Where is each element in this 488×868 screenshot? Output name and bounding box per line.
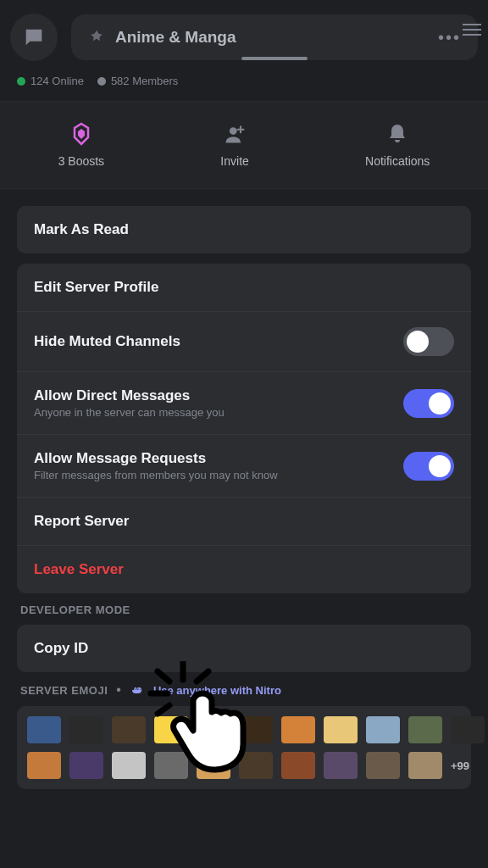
emoji-item[interactable]: [69, 716, 103, 743]
members-stat: 582 Members: [97, 75, 178, 87]
invite-icon: [223, 122, 247, 146]
online-stat: 124 Online: [17, 75, 84, 87]
invite-button[interactable]: Invite: [220, 122, 248, 168]
server-emoji-header: Server Emoji: [20, 684, 108, 697]
emoji-item[interactable]: [366, 716, 400, 743]
emoji-item[interactable]: [366, 752, 400, 779]
emoji-item[interactable]: [27, 716, 61, 743]
emoji-item[interactable]: [239, 716, 273, 743]
emoji-item[interactable]: [408, 716, 442, 743]
chat-icon: [22, 25, 46, 49]
emoji-item[interactable]: [239, 752, 273, 779]
allow-requests-toggle[interactable]: [403, 452, 454, 481]
hamburger-icon[interactable]: [463, 20, 481, 39]
mark-as-read-button[interactable]: Mark As Read: [17, 206, 471, 253]
emoji-item[interactable]: [197, 752, 230, 779]
boost-icon: [69, 122, 93, 146]
allow-requests-row: Allow Message Requests Filter messages f…: [17, 435, 471, 498]
nitro-icon: [130, 684, 145, 696]
edit-server-profile-button[interactable]: Edit Server Profile: [17, 264, 471, 312]
emoji-item[interactable]: [27, 752, 61, 779]
emoji-item[interactable]: [451, 716, 485, 743]
emoji-more-button[interactable]: +99: [451, 752, 469, 779]
invite-label: Invite: [220, 154, 248, 168]
emoji-item[interactable]: [154, 716, 188, 743]
nitro-link[interactable]: Use anywhere with Nitro: [153, 684, 281, 697]
emoji-item[interactable]: [281, 752, 315, 779]
notifications-label: Notifications: [365, 154, 430, 168]
tab-indicator: [241, 57, 308, 60]
emoji-grid: +99: [17, 706, 471, 789]
server-tab[interactable]: Anime & Manga •••: [71, 14, 478, 60]
chat-icon-button[interactable]: [10, 14, 58, 61]
allow-dm-toggle[interactable]: [403, 389, 454, 418]
emoji-item[interactable]: [112, 752, 146, 779]
server-badge-icon: [88, 29, 105, 46]
bell-icon: [385, 122, 409, 146]
hide-muted-row: Hide Muted Channels: [17, 312, 471, 372]
emoji-item[interactable]: [112, 716, 146, 743]
developer-mode-header: Developer Mode: [20, 604, 468, 616]
hide-muted-toggle[interactable]: [403, 327, 454, 356]
boosts-label: 3 Boosts: [58, 154, 104, 168]
svg-point-0: [230, 127, 237, 135]
emoji-item[interactable]: [281, 716, 315, 743]
report-server-button[interactable]: Report Server: [17, 498, 471, 546]
emoji-item[interactable]: [324, 716, 358, 743]
copy-id-button[interactable]: Copy ID: [17, 625, 471, 672]
notifications-button[interactable]: Notifications: [365, 122, 430, 168]
emoji-item[interactable]: [154, 752, 188, 779]
emoji-item[interactable]: [69, 752, 103, 779]
emoji-item[interactable]: [408, 752, 442, 779]
emoji-item[interactable]: [324, 752, 358, 779]
allow-dm-row: Allow Direct Messages Anyone in the serv…: [17, 372, 471, 435]
leave-server-button[interactable]: Leave Server: [17, 546, 471, 593]
stats-row: 124 Online 582 Members: [0, 75, 488, 101]
boosts-button[interactable]: 3 Boosts: [58, 122, 104, 168]
emoji-item[interactable]: [197, 716, 230, 743]
server-name: Anime & Manga: [115, 28, 236, 47]
more-icon[interactable]: •••: [438, 28, 461, 47]
